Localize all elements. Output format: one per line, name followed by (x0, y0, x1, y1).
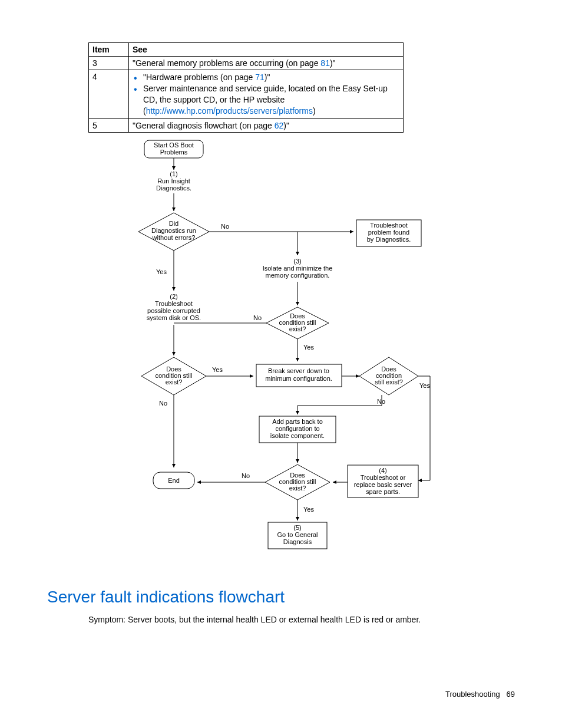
svg-text:memory configuration.: memory configuration. (266, 272, 330, 279)
node-general-diagnosis: Go to General (277, 531, 318, 538)
svg-text:without errors?: without errors? (152, 234, 196, 241)
table-row: 5 "General diagnosis flowchart (on page … (89, 118, 404, 132)
svg-text:No: No (159, 400, 167, 407)
svg-text:exist?: exist? (166, 378, 183, 386)
list-item: "Hardware problems (on page 71)" (133, 72, 399, 83)
text: "General memory problems are occurring (… (133, 58, 320, 68)
svg-text:Yes: Yes (303, 506, 314, 513)
svg-text:replace basic server: replace basic server (354, 481, 412, 488)
section-heading: Server fault indications flowchart (47, 588, 515, 607)
flowchart: Start OS Boot Problems (1) Run Insight D… (88, 137, 515, 574)
table-row: 3 "General memory problems are occurring… (89, 57, 404, 70)
svg-text:Problems: Problems (160, 149, 188, 156)
text: )" (330, 58, 336, 68)
col-item-header: Item (89, 43, 129, 57)
node-add-parts: Add parts back to (272, 418, 323, 425)
text: "General diagnosis flowchart (on page (133, 121, 275, 130)
svg-text:(1): (1) (170, 170, 177, 177)
text: "Hardware problems (on page (143, 73, 255, 82)
svg-text:problem found: problem found (368, 229, 409, 236)
url-link[interactable]: http://www.hp.com/products/servers/platf… (146, 106, 313, 116)
text: ) (313, 106, 316, 116)
svg-text:(3): (3) (293, 258, 301, 265)
svg-text:Diagnosis: Diagnosis (283, 538, 312, 545)
svg-text:No: No (253, 314, 262, 321)
list-item: Server maintenance and service guide, lo… (133, 83, 399, 117)
page-link[interactable]: 71 (255, 73, 265, 82)
svg-text:Yes: Yes (419, 382, 430, 389)
svg-text:minimum configuration.: minimum configuration. (265, 375, 332, 382)
item-cell: 4 (89, 70, 129, 119)
text: Server maintenance and service guide, lo… (143, 84, 388, 104)
svg-text:(2): (2) (170, 293, 177, 300)
node-run-insight: Run Insight (157, 177, 190, 185)
svg-text:still exist?: still exist? (375, 378, 403, 386)
svg-text:by Diagnostics.: by Diagnostics. (367, 236, 411, 243)
svg-text:Diagnostics run: Diagnostics run (151, 227, 196, 234)
edge-label-yes: Yes (156, 268, 167, 275)
text: )" (283, 121, 289, 130)
footer-section: Troubleshooting (445, 690, 500, 699)
footer-page-number: 69 (507, 690, 515, 699)
svg-text:No: No (377, 398, 385, 405)
see-cell: "Hardware problems (on page 71)" Server … (129, 70, 404, 119)
node-break-server: Break server down to (268, 367, 329, 374)
svg-text:system disk or OS.: system disk or OS. (147, 314, 201, 321)
svg-text:(4): (4) (379, 467, 386, 474)
page-link[interactable]: 81 (320, 58, 330, 68)
edge-label-no: No (221, 223, 229, 230)
node-replace-parts: Troubleshoot or (361, 474, 406, 481)
node-troubleshoot-diag: Troubleshoot (370, 222, 408, 229)
node-end: End (168, 477, 180, 484)
svg-text:isolate component.: isolate component. (270, 432, 325, 439)
svg-text:spare parts.: spare parts. (366, 488, 400, 495)
node-isolate-memory: Isolate and minimize the (263, 265, 333, 272)
see-cell: "General memory problems are occurring (… (129, 57, 404, 70)
text: )" (265, 73, 270, 82)
svg-text:Diagnostics.: Diagnostics. (156, 185, 191, 192)
page-footer: Troubleshooting 69 (445, 690, 515, 699)
col-see-header: See (129, 43, 404, 57)
svg-text:exist?: exist? (289, 325, 306, 332)
svg-text:configuration to: configuration to (275, 425, 319, 432)
svg-text:exist?: exist? (289, 485, 306, 492)
table-row: 4 "Hardware problems (on page 71)" Serve… (89, 70, 404, 119)
node-did-diag-run: Did (169, 220, 179, 227)
svg-text:(5): (5) (293, 524, 301, 531)
symptom-text: Symptom: Server boots, but the internal … (88, 615, 515, 624)
node-start: Start OS Boot (154, 141, 194, 149)
item-cell: 3 (89, 57, 129, 70)
see-cell: "General diagnosis flowchart (on page 62… (129, 118, 404, 132)
svg-text:Yes: Yes (212, 366, 223, 373)
svg-text:possible corrupted: possible corrupted (147, 307, 200, 314)
svg-text:Yes: Yes (303, 344, 314, 351)
reference-table: Item See 3 "General memory problems are … (88, 42, 404, 133)
svg-text:No: No (242, 472, 250, 479)
page-link[interactable]: 62 (275, 121, 284, 130)
node-troubleshoot-disk: Troubleshoot (155, 300, 193, 307)
item-cell: 5 (89, 118, 129, 132)
